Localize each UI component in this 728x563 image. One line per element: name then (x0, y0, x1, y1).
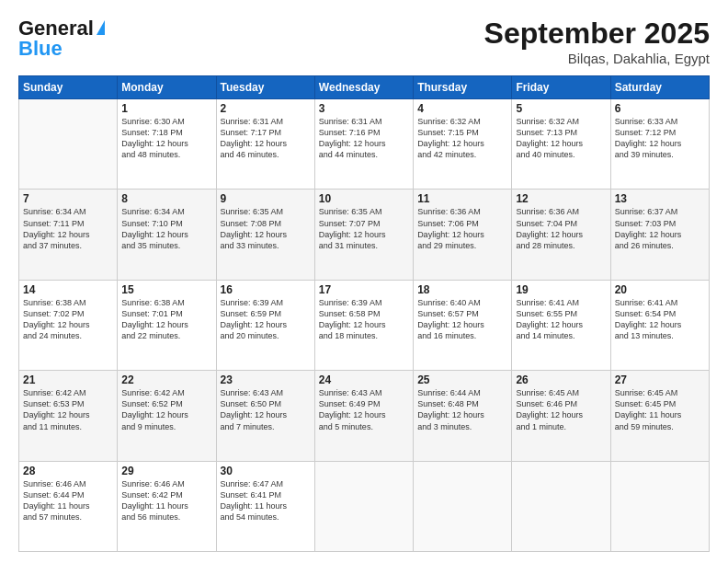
calendar-body: 1Sunrise: 6:30 AM Sunset: 7:18 PM Daylig… (19, 99, 710, 552)
day-info: Sunrise: 6:47 AM Sunset: 6:41 PM Dayligh… (221, 478, 311, 523)
calendar-cell: 9Sunrise: 6:35 AM Sunset: 7:08 PM Daylig… (216, 190, 314, 280)
day-number: 7 (23, 192, 113, 205)
calendar-cell: 29Sunrise: 6:46 AM Sunset: 6:42 PM Dayli… (118, 461, 216, 551)
day-number: 19 (516, 283, 606, 296)
day-info: Sunrise: 6:38 AM Sunset: 7:01 PM Dayligh… (121, 297, 211, 342)
calendar-cell: 27Sunrise: 6:45 AM Sunset: 6:45 PM Dayli… (610, 371, 709, 461)
calendar-cell: 7Sunrise: 6:34 AM Sunset: 7:11 PM Daylig… (19, 190, 118, 280)
day-info: Sunrise: 6:31 AM Sunset: 7:17 PM Dayligh… (221, 116, 311, 161)
day-info: Sunrise: 6:32 AM Sunset: 7:15 PM Dayligh… (417, 116, 507, 161)
day-number: 4 (417, 102, 507, 115)
weekday-friday: Friday (512, 76, 610, 99)
calendar-cell (512, 461, 610, 551)
day-number: 20 (615, 283, 705, 296)
day-number: 29 (121, 465, 211, 477)
calendar-cell: 11Sunrise: 6:36 AM Sunset: 7:06 PM Dayli… (414, 190, 512, 280)
calendar-cell: 23Sunrise: 6:43 AM Sunset: 6:50 PM Dayli… (216, 371, 314, 461)
day-info: Sunrise: 6:32 AM Sunset: 7:13 PM Dayligh… (516, 116, 606, 161)
day-number: 8 (121, 192, 211, 205)
calendar-cell: 25Sunrise: 6:44 AM Sunset: 6:48 PM Dayli… (414, 371, 512, 461)
calendar-week-3: 21Sunrise: 6:42 AM Sunset: 6:53 PM Dayli… (19, 371, 710, 461)
calendar-cell: 22Sunrise: 6:42 AM Sunset: 6:52 PM Dayli… (118, 371, 216, 461)
calendar-cell: 18Sunrise: 6:40 AM Sunset: 6:57 PM Dayli… (414, 280, 512, 370)
day-info: Sunrise: 6:40 AM Sunset: 6:57 PM Dayligh… (417, 297, 507, 342)
day-number: 17 (319, 283, 409, 296)
day-number: 15 (121, 283, 211, 296)
weekday-monday: Monday (118, 76, 216, 99)
day-number: 16 (221, 283, 311, 296)
day-info: Sunrise: 6:35 AM Sunset: 7:07 PM Dayligh… (319, 206, 409, 251)
calendar-cell: 2Sunrise: 6:31 AM Sunset: 7:17 PM Daylig… (216, 99, 314, 190)
calendar-cell: 28Sunrise: 6:46 AM Sunset: 6:44 PM Dayli… (19, 461, 118, 551)
day-info: Sunrise: 6:33 AM Sunset: 7:12 PM Dayligh… (615, 116, 705, 161)
calendar-cell: 21Sunrise: 6:42 AM Sunset: 6:53 PM Dayli… (19, 371, 118, 461)
day-info: Sunrise: 6:34 AM Sunset: 7:10 PM Dayligh… (121, 206, 211, 251)
calendar-cell: 16Sunrise: 6:39 AM Sunset: 6:59 PM Dayli… (216, 280, 314, 370)
day-number: 9 (221, 192, 311, 205)
day-number: 13 (615, 192, 705, 205)
weekday-sunday: Sunday (19, 76, 118, 99)
calendar-cell: 8Sunrise: 6:34 AM Sunset: 7:10 PM Daylig… (118, 190, 216, 280)
day-number: 26 (516, 373, 606, 386)
day-info: Sunrise: 6:45 AM Sunset: 6:46 PM Dayligh… (516, 387, 606, 432)
calendar-cell (314, 461, 413, 551)
calendar-week-4: 28Sunrise: 6:46 AM Sunset: 6:44 PM Dayli… (19, 461, 710, 551)
calendar-cell: 30Sunrise: 6:47 AM Sunset: 6:41 PM Dayli… (216, 461, 314, 551)
day-info: Sunrise: 6:44 AM Sunset: 6:48 PM Dayligh… (417, 387, 507, 432)
month-title: September 2025 (484, 17, 710, 51)
day-number: 22 (121, 373, 211, 386)
weekday-saturday: Saturday (610, 76, 709, 99)
day-info: Sunrise: 6:41 AM Sunset: 6:54 PM Dayligh… (615, 297, 705, 342)
day-info: Sunrise: 6:45 AM Sunset: 6:45 PM Dayligh… (615, 387, 705, 432)
day-info: Sunrise: 6:35 AM Sunset: 7:08 PM Dayligh… (221, 206, 311, 251)
day-number: 14 (23, 283, 113, 296)
calendar-cell: 12Sunrise: 6:36 AM Sunset: 7:04 PM Dayli… (512, 190, 610, 280)
calendar-cell (19, 99, 118, 190)
calendar-week-0: 1Sunrise: 6:30 AM Sunset: 7:18 PM Daylig… (19, 99, 710, 190)
day-number: 11 (417, 192, 507, 205)
calendar-cell: 26Sunrise: 6:45 AM Sunset: 6:46 PM Dayli… (512, 371, 610, 461)
day-number: 1 (121, 102, 211, 115)
day-info: Sunrise: 6:46 AM Sunset: 6:42 PM Dayligh… (121, 478, 211, 523)
day-info: Sunrise: 6:42 AM Sunset: 6:52 PM Dayligh… (121, 387, 211, 432)
day-info: Sunrise: 6:43 AM Sunset: 6:49 PM Dayligh… (319, 387, 409, 432)
day-info: Sunrise: 6:39 AM Sunset: 6:59 PM Dayligh… (221, 297, 311, 342)
weekday-thursday: Thursday (414, 76, 512, 99)
day-number: 6 (615, 102, 705, 115)
calendar-week-2: 14Sunrise: 6:38 AM Sunset: 7:02 PM Dayli… (19, 280, 710, 370)
day-info: Sunrise: 6:46 AM Sunset: 6:44 PM Dayligh… (23, 478, 113, 523)
day-number: 21 (23, 373, 113, 386)
location-title: Bilqas, Dakahlia, Egypt (484, 51, 710, 66)
logo: General Blue (18, 17, 105, 61)
calendar-cell: 1Sunrise: 6:30 AM Sunset: 7:18 PM Daylig… (118, 99, 216, 190)
calendar-cell: 5Sunrise: 6:32 AM Sunset: 7:13 PM Daylig… (512, 99, 610, 190)
calendar-cell: 13Sunrise: 6:37 AM Sunset: 7:03 PM Dayli… (610, 190, 709, 280)
calendar-cell (610, 461, 709, 551)
calendar-cell: 4Sunrise: 6:32 AM Sunset: 7:15 PM Daylig… (414, 99, 512, 190)
day-number: 24 (319, 373, 409, 386)
day-info: Sunrise: 6:39 AM Sunset: 6:58 PM Dayligh… (319, 297, 409, 342)
logo-blue: Blue (18, 37, 63, 61)
calendar-cell: 3Sunrise: 6:31 AM Sunset: 7:16 PM Daylig… (314, 99, 413, 190)
weekday-header-row: SundayMondayTuesdayWednesdayThursdayFrid… (19, 76, 710, 99)
day-info: Sunrise: 6:42 AM Sunset: 6:53 PM Dayligh… (23, 387, 113, 432)
weekday-tuesday: Tuesday (216, 76, 314, 99)
calendar-cell: 14Sunrise: 6:38 AM Sunset: 7:02 PM Dayli… (19, 280, 118, 370)
day-number: 30 (221, 465, 311, 477)
day-info: Sunrise: 6:38 AM Sunset: 7:02 PM Dayligh… (23, 297, 113, 342)
day-number: 25 (417, 373, 507, 386)
calendar-cell: 19Sunrise: 6:41 AM Sunset: 6:55 PM Dayli… (512, 280, 610, 370)
day-number: 23 (221, 373, 311, 386)
day-info: Sunrise: 6:31 AM Sunset: 7:16 PM Dayligh… (319, 116, 409, 161)
day-number: 3 (319, 102, 409, 115)
day-number: 27 (615, 373, 705, 386)
day-info: Sunrise: 6:43 AM Sunset: 6:50 PM Dayligh… (221, 387, 311, 432)
calendar-week-1: 7Sunrise: 6:34 AM Sunset: 7:11 PM Daylig… (19, 190, 710, 280)
day-info: Sunrise: 6:37 AM Sunset: 7:03 PM Dayligh… (615, 206, 705, 251)
day-number: 18 (417, 283, 507, 296)
calendar-cell: 20Sunrise: 6:41 AM Sunset: 6:54 PM Dayli… (610, 280, 709, 370)
day-info: Sunrise: 6:36 AM Sunset: 7:06 PM Dayligh… (417, 206, 507, 251)
calendar-table: SundayMondayTuesdayWednesdayThursdayFrid… (18, 75, 710, 552)
day-info: Sunrise: 6:41 AM Sunset: 6:55 PM Dayligh… (516, 297, 606, 342)
calendar-cell (414, 461, 512, 551)
